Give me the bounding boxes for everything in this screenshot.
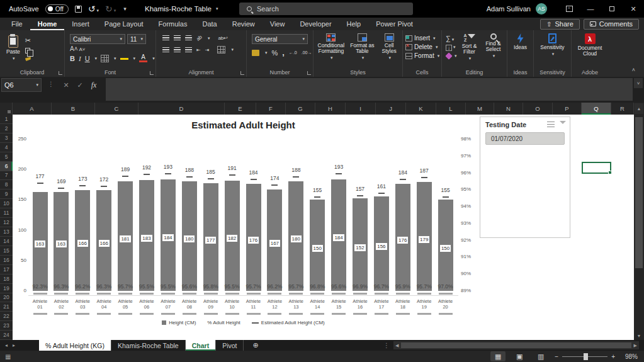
- row-header-10[interactable]: 10: [0, 199, 13, 208]
- align-bottom-button[interactable]: [185, 35, 192, 41]
- collapse-ribbon-icon[interactable]: ˄: [632, 67, 635, 73]
- sheet-nav-right-icon[interactable]: ▸: [13, 342, 20, 348]
- zoom-slider[interactable]: − +: [555, 353, 615, 360]
- ribbon-tab-page-layout[interactable]: Page Layout: [97, 18, 151, 30]
- sheet-tab-khamis-roche-table[interactable]: Khamis-Roche Table: [111, 340, 186, 351]
- find-select-button[interactable]: Find & Select ▾: [481, 30, 506, 67]
- macro-record-icon[interactable]: ▦: [5, 353, 11, 360]
- column-header-N[interactable]: N: [494, 103, 523, 115]
- cell-styles-button[interactable]: Cell Styles ▾: [377, 30, 401, 67]
- row-header-7[interactable]: 7: [0, 171, 13, 181]
- ideas-button[interactable]: Ideas: [507, 30, 533, 67]
- delete-cells-button[interactable]: Delete▾: [405, 43, 441, 50]
- ribbon-tab-help[interactable]: Help: [339, 18, 369, 30]
- ribbon-display-options-button[interactable]: ^: [558, 0, 580, 18]
- row-header-23[interactable]: 23: [0, 321, 13, 331]
- column-header-H[interactable]: H: [315, 103, 346, 115]
- font-size-select[interactable]: 11▾: [127, 34, 146, 44]
- insert-cells-button[interactable]: Insert▾: [405, 35, 441, 42]
- page-layout-view-button[interactable]: ▣: [512, 351, 527, 361]
- search-input[interactable]: Search: [239, 3, 413, 15]
- column-header-J[interactable]: J: [376, 103, 406, 115]
- document-cloud-button[interactable]: λ Document Cloud: [572, 30, 608, 67]
- decrease-decimal-button[interactable]: .00→: [302, 50, 312, 55]
- vertical-scrollbar-thumb[interactable]: [635, 117, 643, 268]
- align-middle-button[interactable]: [174, 35, 181, 41]
- redo-icon[interactable]: ↻▾: [105, 4, 116, 14]
- wrap-text-button[interactable]: ab↩: [218, 35, 228, 41]
- autosave-toggle[interactable]: Off: [45, 4, 69, 14]
- clear-button[interactable]: ▾: [446, 54, 457, 59]
- ribbon-tab-insert[interactable]: Insert: [64, 18, 97, 30]
- row-header-4[interactable]: 4: [0, 143, 13, 152]
- row-header-21[interactable]: 21: [0, 302, 13, 312]
- align-left-button[interactable]: [162, 47, 169, 53]
- formula-input[interactable]: [106, 78, 633, 101]
- worksheet[interactable]: Estimated Adult Height05010015020025089%…: [13, 115, 634, 340]
- multi-select-icon[interactable]: [547, 122, 555, 128]
- scroll-down-icon[interactable]: ▼: [634, 331, 644, 340]
- document-title[interactable]: Khamis-Roche Table ▾: [145, 0, 218, 18]
- minimize-button[interactable]: —: [580, 0, 601, 18]
- ribbon-tab-power-pivot[interactable]: Power Pivot: [368, 18, 421, 30]
- scrollbar-splitter[interactable]: ⋮: [380, 342, 393, 349]
- name-box[interactable]: Q6 ▾: [1, 78, 42, 92]
- row-header-11[interactable]: 11: [0, 208, 13, 218]
- row-header-16[interactable]: 16: [0, 256, 13, 265]
- row-header-19[interactable]: 19: [0, 284, 13, 293]
- row-header-3[interactable]: 3: [0, 133, 13, 143]
- close-button[interactable]: ✕: [623, 0, 644, 18]
- accounting-format-button[interactable]: [252, 50, 259, 56]
- zoom-out-icon[interactable]: −: [555, 353, 558, 360]
- copy-icon[interactable]: [25, 48, 30, 54]
- font-name-select[interactable]: Calibri▾: [70, 34, 125, 44]
- page-break-view-button[interactable]: ▥: [533, 351, 548, 361]
- row-header-22[interactable]: 22: [0, 312, 13, 321]
- sort-filter-button[interactable]: AZ Sort & Filter ▾: [458, 30, 481, 67]
- scroll-right-icon[interactable]: ▶: [632, 343, 639, 348]
- dialog-launcher-icon[interactable]: [59, 71, 62, 75]
- normal-view-button[interactable]: ▦: [490, 351, 506, 361]
- select-all-corner[interactable]: [0, 103, 13, 115]
- row-header-1[interactable]: 1: [0, 115, 13, 124]
- decrease-indent-button[interactable]: ⇤: [196, 47, 201, 53]
- scroll-left-icon[interactable]: ◀: [393, 343, 400, 348]
- column-header-L[interactable]: L: [436, 103, 466, 115]
- align-center-button[interactable]: [174, 47, 181, 53]
- row-header-14[interactable]: 14: [0, 237, 13, 246]
- row-header-17[interactable]: 17: [0, 265, 13, 274]
- grow-font-button[interactable]: A˄: [70, 45, 78, 52]
- dialog-launcher-icon[interactable]: [240, 71, 244, 75]
- font-color-button[interactable]: A: [139, 54, 147, 62]
- new-sheet-button[interactable]: ⊕: [252, 341, 258, 349]
- row-header-13[interactable]: 13: [0, 227, 13, 237]
- column-header-C[interactable]: C: [95, 103, 138, 115]
- insert-function-icon[interactable]: fx: [87, 78, 101, 92]
- user-name[interactable]: Adam Sullivan: [487, 5, 531, 13]
- align-top-button[interactable]: [162, 35, 169, 41]
- comments-button[interactable]: Comments: [584, 19, 639, 30]
- format-cells-button[interactable]: Format▾: [405, 52, 441, 59]
- align-right-button[interactable]: [185, 47, 192, 53]
- underline-button[interactable]: U: [85, 55, 90, 62]
- chart[interactable]: Estimated Adult Height05010015020025089%…: [13, 115, 478, 340]
- comma-style-button[interactable]: ,: [282, 48, 285, 57]
- column-header-B[interactable]: B: [52, 103, 95, 115]
- sheet-nav-left-icon[interactable]: ◂: [0, 342, 13, 348]
- horizontal-scrollbar-thumb[interactable]: [401, 342, 631, 348]
- increase-decimal-button[interactable]: ←.0: [289, 50, 297, 55]
- borders-button[interactable]: [101, 55, 109, 62]
- row-header-24[interactable]: 24: [0, 331, 13, 340]
- row-header-8[interactable]: 8: [0, 180, 13, 189]
- fill-color-button[interactable]: [120, 57, 128, 60]
- zoom-slider-handle[interactable]: [584, 353, 588, 360]
- column-header-M[interactable]: M: [466, 103, 494, 115]
- share-button[interactable]: ⇧ Share: [540, 19, 580, 30]
- ribbon-tab-developer[interactable]: Developer: [292, 18, 339, 30]
- row-header-6[interactable]: 6: [0, 162, 13, 171]
- format-as-table-button[interactable]: Format as Table ▾: [349, 30, 376, 67]
- paste-button[interactable]: Paste ▾: [6, 34, 20, 71]
- customize-qat-icon[interactable]: ▾: [123, 6, 127, 12]
- column-header-D[interactable]: D: [138, 103, 225, 115]
- horizontal-scrollbar[interactable]: ◀ ▶: [393, 341, 639, 349]
